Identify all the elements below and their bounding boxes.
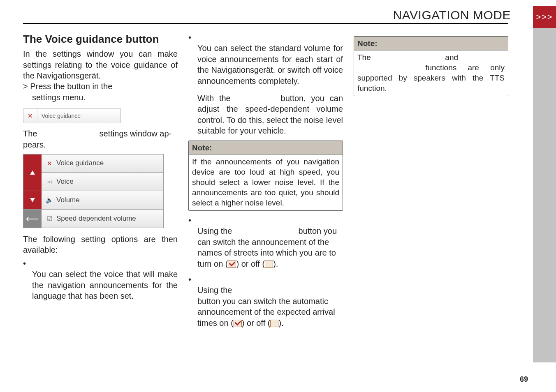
text: ) or off (	[236, 259, 265, 268]
volume-text-1: You can select the standard volume for v…	[188, 43, 343, 86]
bullet-voice: •	[23, 258, 178, 269]
voice-option-text: You can select the voice that will make …	[23, 269, 178, 301]
streets-text: Using the button you can switch the anno…	[188, 226, 343, 269]
text: The	[357, 53, 373, 62]
checkbox-on-icon	[228, 261, 236, 268]
text: Using the	[197, 286, 232, 295]
page-number: 69	[520, 375, 528, 384]
speech-icon: ◅	[46, 178, 53, 186]
menu-item-voice-guidance[interactable]: ✕ Voice guidance	[42, 154, 163, 173]
header-rule	[23, 23, 508, 24]
menu-label: Voice	[56, 177, 74, 186]
side-tab: >>>	[533, 6, 556, 28]
menu-label: Voice guidance	[56, 159, 104, 168]
text: ).	[273, 259, 278, 268]
chevron-down-icon	[29, 197, 36, 203]
column-2: • You can select the standard volume for…	[188, 32, 343, 328]
volume-text-2: With the button, you can adjust the spee…	[188, 93, 343, 136]
text: With the	[197, 94, 236, 103]
text: button in the	[67, 82, 112, 91]
text: Using the	[197, 226, 234, 235]
section-heading: The Voice guidance button	[23, 32, 178, 46]
text: ).	[278, 318, 283, 327]
column-1: The Voice guidance button In the setting…	[23, 32, 178, 328]
side-gray-band	[533, 28, 556, 362]
bullet: •	[188, 274, 197, 285]
chevrons: >>>	[536, 12, 553, 22]
menu-item-speed-volume[interactable]: ☑ Speed dependent volume	[42, 210, 163, 228]
back-arrow-icon: ⟵	[26, 213, 39, 225]
menu-item-volume[interactable]: 🔈 Volume	[42, 191, 163, 209]
page-title: NAVIGATION MODE	[393, 8, 511, 22]
note-heading: Note:	[189, 141, 343, 155]
satellite-icon: ✕	[46, 159, 53, 168]
appears-text-2: pears.	[23, 139, 178, 150]
checkbox-off-icon	[270, 320, 278, 327]
bullet-arrival: •	[188, 274, 343, 285]
text: and	[443, 53, 458, 62]
chevron-up-icon	[29, 169, 36, 176]
checkbox-icon: ☑	[46, 214, 53, 223]
menu-item-voice[interactable]: ◅ Voice	[42, 173, 163, 191]
bullet: •	[188, 32, 197, 43]
note-body: If the announcements of you navigation d…	[189, 155, 343, 210]
svg-marker-0	[30, 171, 35, 175]
bullet: •	[188, 215, 197, 226]
appears-text: The settings window ap-	[23, 128, 178, 139]
checkbox-off-icon	[265, 261, 273, 268]
bullet-volume: •	[188, 32, 343, 43]
checkbox-on-icon	[234, 320, 242, 327]
content-area: The Voice guidance button In the setting…	[23, 32, 508, 328]
arrival-text: Using the button you can switch the auto…	[188, 285, 343, 328]
options-intro: The following setting options are then a…	[23, 234, 178, 256]
svg-marker-1	[30, 198, 35, 202]
bar-label: Voice guidance	[37, 112, 81, 120]
column-3: Note: The and functions are only support…	[354, 32, 508, 328]
menu-label: Volume	[56, 196, 80, 205]
text: In the	[23, 49, 53, 58]
voice-guidance-bar-image: ✕ Voice guidance	[23, 108, 121, 123]
menu-screenshot: ✕ Voice guidance ◅ Voice 🔈 Volume	[23, 154, 164, 228]
text: > Press the	[23, 82, 67, 91]
note-box: Note: If the announcements of you naviga…	[188, 141, 343, 211]
text: ) or off (	[242, 318, 271, 327]
intro-paragraph: In the settings window you can make sett…	[23, 48, 178, 81]
text: functions are only supported by speakers…	[357, 63, 505, 92]
text: The	[23, 129, 39, 138]
bullet: •	[23, 258, 32, 269]
satellite-icon: ✕	[23, 109, 37, 123]
scroll-up-button[interactable]	[23, 154, 42, 191]
press-instruction-cont: settings menu.	[23, 92, 178, 103]
text: settings window ap-	[97, 129, 171, 138]
note-box-2: Note: The and functions are only support…	[354, 36, 508, 96]
speaker-icon: 🔈	[46, 196, 53, 204]
menu-label: Speed dependent volume	[56, 214, 136, 223]
note-body-2: The and functions are only supported by …	[354, 51, 508, 96]
scroll-down-button[interactable]	[23, 191, 42, 209]
back-button[interactable]: ⟵	[23, 210, 42, 228]
note-heading: Note:	[354, 37, 508, 51]
press-instruction: > Press the button in the	[23, 81, 178, 92]
bullet-streets: •	[188, 215, 343, 226]
